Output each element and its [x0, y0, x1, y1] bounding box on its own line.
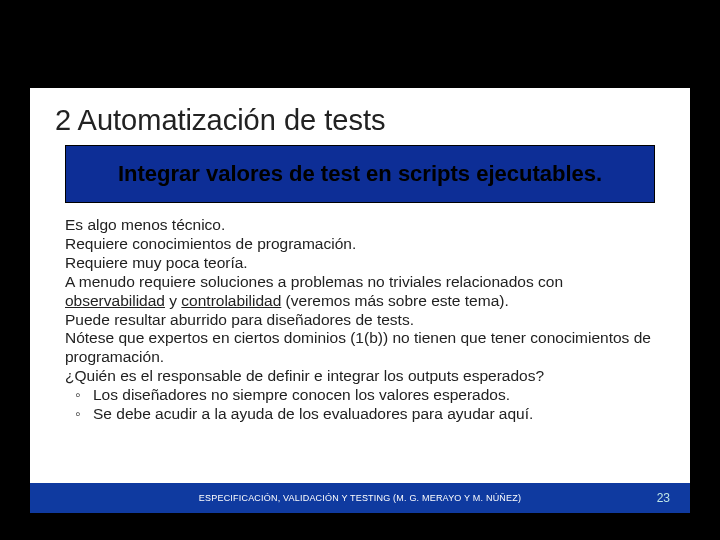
- footer-text: ESPECIFICACIÓN, VALIDACIÓN Y TESTING (M.…: [30, 493, 690, 503]
- sub-2: Se debe acudir a la ayuda de los evaluad…: [65, 405, 660, 424]
- line-1: Es algo menos técnico.: [65, 216, 660, 235]
- line-4-u1: observabilidad: [65, 292, 165, 309]
- sub-1: Los diseñadores no siempre conocen los v…: [65, 386, 660, 405]
- slide-title: 2 Automatización de tests: [55, 104, 385, 137]
- slide: 2 Automatización de tests Integrar valor…: [30, 88, 690, 513]
- line-4b: (veremos más sobre este tema).: [281, 292, 508, 309]
- line-2: Requiere conocimientos de programación.: [65, 235, 660, 254]
- line-5: Puede resultar aburrido para diseñadores…: [65, 311, 660, 330]
- line-4: A menudo requiere soluciones a problemas…: [65, 273, 660, 311]
- line-6: Nótese que expertos en ciertos dominios …: [65, 329, 660, 367]
- banner: Integrar valores de test en scripts ejec…: [65, 145, 655, 203]
- line-4-mid: y: [165, 292, 181, 309]
- line-3: Requiere muy poca teoría.: [65, 254, 660, 273]
- line-4-u2: controlabilidad: [181, 292, 281, 309]
- line-7: ¿Quién es el responsable de definir e in…: [65, 367, 660, 386]
- banner-text: Integrar valores de test en scripts ejec…: [118, 161, 602, 186]
- footer-bar: ESPECIFICACIÓN, VALIDACIÓN Y TESTING (M.…: [30, 483, 690, 513]
- body-text: Es algo menos técnico. Requiere conocimi…: [65, 216, 660, 424]
- line-4a: A menudo requiere soluciones a problemas…: [65, 273, 563, 290]
- page-number: 23: [657, 491, 670, 505]
